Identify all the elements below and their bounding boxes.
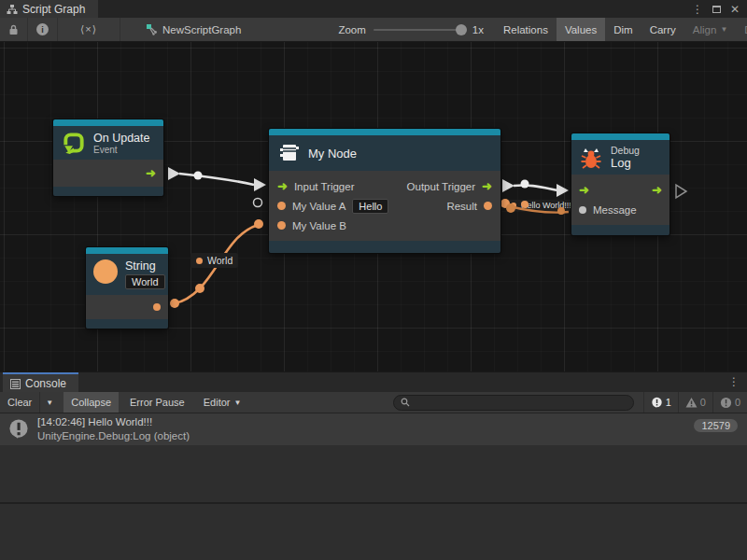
console-tab-bar: Console ⋮ xyxy=(0,371,747,392)
search-input[interactable] xyxy=(414,397,626,408)
values-toggle[interactable]: Values xyxy=(557,18,605,41)
port-label: My Value A xyxy=(292,201,345,212)
distribute-dropdown[interactable]: Distribute▼ xyxy=(736,18,747,41)
node-title: String xyxy=(125,259,165,273)
trigger-output-port[interactable]: ➜ xyxy=(146,167,156,179)
message-port[interactable] xyxy=(579,206,586,214)
console-menu-icon[interactable]: ⋮ xyxy=(728,375,740,388)
value-dot-icon xyxy=(511,203,516,208)
graph-reference[interactable]: NewScriptGraph xyxy=(147,24,241,35)
error-circle-icon xyxy=(720,397,732,409)
warning-count-toggle[interactable]: 0 xyxy=(678,392,712,413)
output-trigger-port[interactable]: ➜ xyxy=(482,180,492,192)
edit-source-button[interactable]: ⟨×⟩ xyxy=(58,18,120,41)
lock-button[interactable] xyxy=(0,18,28,41)
tab-bar-spacer xyxy=(98,0,692,18)
graph-canvas[interactable]: Hello World!!! xyxy=(0,42,747,371)
wire-mynode-to-debuglog[interactable] xyxy=(502,179,569,197)
maximize-icon[interactable] xyxy=(712,6,721,13)
chevron-down-icon: ▼ xyxy=(233,399,241,407)
zoom-label: Zoom xyxy=(338,24,365,35)
result-port[interactable] xyxy=(484,202,492,210)
collapse-toggle[interactable]: Collapse xyxy=(63,392,119,413)
editor-dropdown[interactable]: Editor▼ xyxy=(196,392,249,413)
align-dropdown[interactable]: Align▼ xyxy=(684,18,737,41)
log-entry[interactable]: [14:02:46] Hello World!!! UnityEngine.De… xyxy=(0,413,747,445)
error-count-toggle[interactable]: 0 xyxy=(712,392,747,413)
node-accent-strip xyxy=(53,119,163,126)
node-accent-strip xyxy=(86,247,168,254)
tab-title: Script Graph xyxy=(22,3,85,16)
chevron-down-icon: ▼ xyxy=(46,399,53,407)
node-on-update[interactable]: On Update Event ➜ xyxy=(53,119,163,196)
toolbar-toggles: Relations Values Dim Carry Align▼ Distri… xyxy=(495,18,747,41)
string-output-port[interactable] xyxy=(153,303,161,311)
node-group-label: Debug xyxy=(611,145,640,156)
log-message: [14:02:46] Hello World!!! xyxy=(37,415,190,429)
node-my-node[interactable]: My Node ➜ Input Trigger Output Trigger ➜ xyxy=(269,129,500,253)
node-debug-log[interactable]: Debug Log ➜ ➜ Message xyxy=(571,133,669,235)
node-string[interactable]: String World xyxy=(86,247,168,329)
console-detail-pane xyxy=(0,504,747,560)
console-search[interactable] xyxy=(393,395,633,411)
chevron-down-icon: ▼ xyxy=(720,25,727,34)
debug-input-trigger-port[interactable]: ➜ xyxy=(579,184,589,196)
node-footer xyxy=(86,319,168,329)
my-value-a-field[interactable]: Hello xyxy=(352,199,388,214)
port-label: Output Trigger xyxy=(407,181,476,192)
close-icon[interactable]: ✕ xyxy=(730,3,740,16)
on-update-loop-icon xyxy=(62,131,86,155)
carry-toggle[interactable]: Carry xyxy=(641,18,684,41)
info-count-toggle[interactable]: 1 xyxy=(643,392,678,413)
wire-onupdate-to-mynode[interactable] xyxy=(168,167,266,191)
node-footer xyxy=(269,241,500,253)
debug-bug-icon xyxy=(579,146,603,170)
zoom-value: 1x xyxy=(472,24,484,35)
wire-value-label-world: World xyxy=(190,253,238,268)
tab-console[interactable]: Console xyxy=(3,374,78,393)
port-label: My Value B xyxy=(292,220,346,231)
unit-box-icon xyxy=(278,142,301,164)
node-title: Log xyxy=(611,156,640,170)
log-collapse-count-badge: 12579 xyxy=(694,419,738,432)
my-value-a-port[interactable] xyxy=(277,202,286,210)
tab-script-graph[interactable]: Script Graph xyxy=(0,0,98,18)
string-literal-icon xyxy=(93,259,118,284)
console-log-list: [14:02:46] Hello World!!! UnityEngine.De… xyxy=(0,413,747,502)
dim-toggle[interactable]: Dim xyxy=(605,18,641,41)
inspect-button[interactable]: i xyxy=(28,18,58,41)
port-label: Input Trigger xyxy=(294,181,355,192)
window-menu-icon[interactable]: ⋮ xyxy=(692,3,703,16)
error-pause-toggle[interactable]: Error Pause xyxy=(122,392,192,413)
relations-toggle[interactable]: Relations xyxy=(495,18,557,41)
graph-name: NewScriptGraph xyxy=(162,24,241,35)
code-icon: ⟨×⟩ xyxy=(80,23,97,35)
zoom-slider[interactable] xyxy=(374,29,465,31)
input-trigger-port[interactable]: ➜ xyxy=(277,180,288,192)
port-label: Result xyxy=(446,201,477,212)
zoom-slider-handle[interactable] xyxy=(456,24,467,35)
node-accent-strip xyxy=(269,129,500,135)
window-tab-bar: Script Graph ⋮ ✕ xyxy=(0,0,747,18)
info-icon: i xyxy=(36,23,49,35)
warning-triangle-icon xyxy=(685,397,698,409)
console-toolbar: Clear ▼ Collapse Error Pause Editor▼ 1 xyxy=(0,392,747,413)
node-accent-strip xyxy=(571,133,669,140)
console-list-icon xyxy=(10,379,21,389)
clear-button[interactable]: Clear xyxy=(0,392,39,413)
port-label: Message xyxy=(593,204,637,216)
node-footer xyxy=(571,225,669,235)
my-value-b-port[interactable] xyxy=(277,221,286,230)
node-subtitle: Event xyxy=(93,145,149,155)
clear-dropdown[interactable]: ▼ xyxy=(39,392,59,413)
lock-icon xyxy=(8,24,19,35)
zoom-control: Zoom 1x xyxy=(338,24,484,35)
unity-script-graph-window: Script Graph ⋮ ✕ i ⟨×⟩ N xyxy=(0,0,747,560)
debug-output-trigger-port[interactable]: ➜ xyxy=(652,184,662,196)
value-dot-icon xyxy=(196,258,203,264)
node-title: On Update xyxy=(93,132,149,145)
wire-value-label-helloworld: Hello World!!! xyxy=(507,200,575,211)
unconnected-output-arrow xyxy=(676,185,686,198)
search-icon xyxy=(401,398,410,407)
string-value-field[interactable]: World xyxy=(125,274,165,289)
